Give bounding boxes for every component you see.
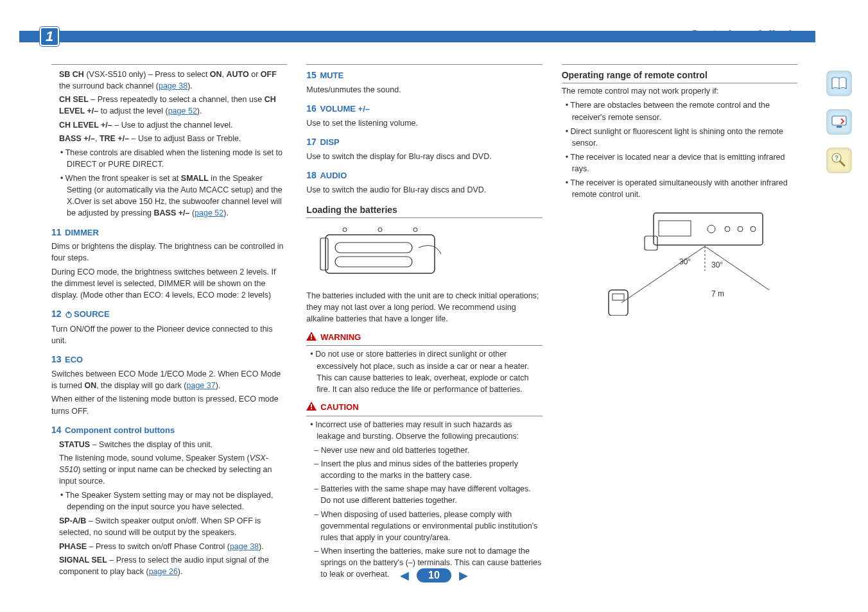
svg-point-6 (343, 228, 347, 232)
sbch-bold: SB CH (59, 70, 84, 79)
column-1: SB CH (VSX-S510 only) – Press to select … (51, 64, 287, 554)
link-page-38-a[interactable]: page 38 (159, 81, 187, 90)
heading-11: 11 DIMMER (51, 226, 287, 239)
svg-rect-21 (659, 221, 691, 236)
svg-point-20 (751, 226, 756, 232)
fig-30b: 30° (711, 260, 723, 269)
svg-rect-16 (645, 236, 657, 250)
heading-17: 17 DISP (306, 135, 542, 149)
caution-d3: Batteries with the same shape may have d… (306, 483, 542, 506)
h13-p2: When either of the listening mode button… (51, 393, 287, 416)
svg-rect-15 (654, 213, 763, 245)
h14-status-bullet: The Speaker System setting may or may no… (59, 489, 287, 513)
svg-line-31 (840, 161, 845, 166)
svg-rect-11 (311, 338, 312, 339)
column-3: Operating range of remote control The re… (562, 64, 797, 554)
caution-bullet: Incorrect use of batteries may result in… (309, 419, 542, 442)
warning-label: WARNING (320, 332, 361, 344)
bass-bullet-1: These controls are disabled when the lis… (59, 147, 287, 170)
caution-label: CAUTION (320, 402, 358, 414)
battery-diagram (306, 222, 454, 286)
chapter-number-box: 1 (40, 27, 59, 46)
column-2: 15 MUTE Mutes/unmutes the sound. 16 VOLU… (306, 64, 542, 554)
svg-rect-5 (335, 257, 412, 267)
heading-14: 14 Component control buttons (51, 423, 287, 437)
link-page-52-a[interactable]: page 52 (168, 106, 197, 115)
h18-p: Use to switch the audio for Blu-ray disc… (306, 184, 542, 196)
help-icon[interactable]: ? (826, 148, 852, 173)
warning-bullet: Do not use or store batteries in direct … (309, 348, 542, 395)
h16-p: Use to set the listening volume. (306, 117, 542, 129)
link-page-52-b[interactable]: page 52 (195, 208, 223, 217)
h13-p1: Switches between ECO Mode 1/ECO Mode 2. … (51, 368, 287, 391)
heading-12: 12 SOURCE (51, 307, 287, 321)
svg-point-17 (707, 225, 715, 233)
svg-rect-26 (612, 294, 624, 300)
bass-bullet-2: When the front speaker is set at SMALL i… (59, 173, 287, 219)
link-page-37[interactable]: page 37 (187, 381, 216, 390)
svg-line-23 (621, 246, 705, 303)
warning-icon (306, 332, 317, 344)
warning-header: WARNING (306, 332, 542, 346)
svg-point-19 (738, 226, 743, 232)
monitor-icon[interactable] (826, 109, 852, 135)
link-page-38-b[interactable]: page 38 (230, 542, 259, 551)
fig-30a: 30° (679, 257, 691, 266)
h14-spab: SP-A/B – Switch speaker output on/off. W… (59, 515, 287, 538)
chlvl2-line: CH LEVEL +/– – Use to adjust the channel… (59, 119, 287, 131)
range-diagram: 30° 30° 7 m (583, 207, 776, 316)
svg-rect-29 (837, 126, 842, 128)
svg-rect-3 (320, 238, 328, 270)
fig-7m: 7 m (711, 289, 724, 298)
caution-d2: Insert the plus and minus sides of the b… (306, 458, 542, 481)
svg-point-8 (413, 228, 417, 232)
range-intro: The remote control may not work properly… (562, 85, 797, 97)
range-b4: The receiver is operated simultaneously … (564, 177, 797, 200)
h11-p1: Dims or brightens the display. The brigh… (51, 241, 287, 264)
heading-18: 18 AUDIO (306, 169, 542, 182)
bass-line: BASS +/–, TRE +/– – Use to adjust Bass o… (59, 133, 287, 144)
caution-header: CAUTION (306, 402, 542, 416)
next-page-arrow[interactable]: ▶ (459, 568, 468, 582)
svg-rect-28 (832, 116, 846, 125)
chapter-title: Controls and displays (690, 28, 810, 42)
prev-page-arrow[interactable]: ◀ (400, 568, 409, 582)
svg-text:?: ? (835, 155, 838, 162)
chapter-header: 1 Controls and displays (19, 23, 849, 42)
battery-caption: The batteries included with the unit are… (306, 290, 542, 325)
power-icon (65, 310, 73, 321)
side-nav: ? (826, 71, 852, 173)
h15-p: Mutes/unmutes the sound. (306, 84, 542, 96)
page-footer: ◀ 10 ▶ (0, 568, 868, 582)
subhead-range: Operating range of remote control (562, 69, 797, 83)
svg-rect-10 (311, 334, 312, 337)
subhead-batteries: Loading the batteries (306, 203, 542, 218)
heading-13: 13 ECO (51, 353, 287, 366)
caution-d1: Never use new and old batteries together… (306, 445, 542, 456)
svg-rect-14 (311, 408, 312, 409)
manual-icon[interactable] (826, 71, 852, 96)
h17-p: Use to switch the display for Blu-ray di… (306, 151, 542, 162)
h12-p: Turn ON/Off the power to the Pioneer dev… (51, 323, 287, 346)
range-b2: Direct sunlight or fluorescent light is … (564, 126, 797, 149)
h14-status-p2: The listening mode, sound volume, Speake… (59, 452, 287, 487)
chsel-line: CH SEL – Press repeatedly to select a ch… (59, 94, 287, 117)
svg-point-18 (725, 226, 730, 232)
h14-phase: PHASE – Press to switch on/off Phase Con… (59, 541, 287, 552)
svg-rect-4 (335, 242, 412, 253)
h11-p2: During ECO mode, the brightness switches… (51, 266, 287, 301)
caution-icon (306, 402, 317, 414)
range-b1: There are obstacles between the remote c… (564, 99, 797, 123)
heading-16: 16 VOLUME +/– (306, 102, 542, 115)
sbch-line: SB CH (VSX-S510 only) – Press to select … (59, 69, 287, 92)
page-number-badge: 10 (417, 568, 451, 582)
h14-status: STATUS – Switches the display of this un… (59, 439, 287, 450)
svg-rect-13 (311, 404, 312, 407)
svg-point-7 (378, 228, 382, 232)
caution-d4: When disposing of used batteries, please… (306, 509, 542, 543)
range-b3: The receiver is located near a device th… (564, 151, 797, 174)
svg-rect-2 (326, 235, 435, 273)
heading-15: 15 MUTE (306, 69, 542, 82)
